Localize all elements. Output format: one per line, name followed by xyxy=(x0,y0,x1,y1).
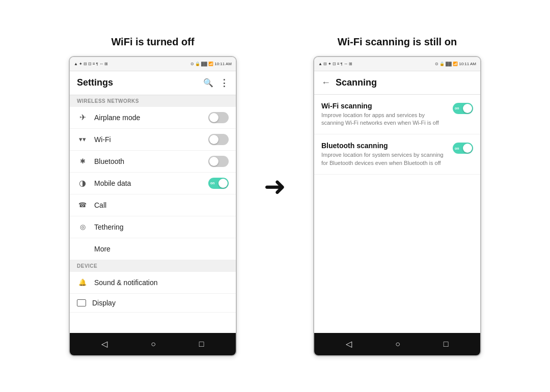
device-section-label: DEVICE xyxy=(70,260,236,272)
wifi-scanning-toggle-container[interactable]: on xyxy=(453,102,473,114)
display-label: Display xyxy=(92,299,229,307)
more-label: More xyxy=(94,245,229,253)
wireless-section-label: WIRELESS NETWORKS xyxy=(70,95,236,107)
left-nav-back[interactable]: ◁ xyxy=(101,339,107,349)
sound-icon: 🔔 xyxy=(77,277,88,288)
wifi-scanning-on-label: on xyxy=(455,106,459,110)
bluetooth-scanning-toggle-container[interactable]: on xyxy=(453,142,473,154)
sound-row[interactable]: 🔔 Sound & notification xyxy=(70,272,236,294)
wifi-toggle-knob xyxy=(209,135,218,144)
wifi-scanning-row[interactable]: Wi-Fi scanning Improve location for apps… xyxy=(314,95,480,135)
more-placeholder-icon xyxy=(77,243,88,255)
right-phone-frame: ▲⊟✦⊡≡¶↔⊞ ⊙ 🔒 ▓▓ 📶 10:11 AM ← Scanning Wi… xyxy=(313,56,481,356)
bluetooth-toggle[interactable] xyxy=(208,156,229,167)
airplane-toggle-knob xyxy=(209,113,218,122)
mobile-data-label: Mobile data xyxy=(94,179,202,187)
bluetooth-scanning-on-label: on xyxy=(455,147,459,150)
right-nav-home[interactable]: ○ xyxy=(395,340,400,349)
call-icon: ☎ xyxy=(77,200,88,211)
right-nav-back[interactable]: ◁ xyxy=(346,339,352,349)
wifi-scanning-text: Wi-Fi scanning Improve location for apps… xyxy=(321,102,448,127)
right-status-icons-right: ⊙ 🔒 ▓▓ 📶 10:11 AM xyxy=(435,62,476,66)
bluetooth-scanning-text: Bluetooth scanning Improve location for … xyxy=(321,142,448,167)
more-row[interactable]: More xyxy=(70,238,236,260)
display-icon xyxy=(77,299,86,306)
wifi-icon: ▾▾ xyxy=(77,134,88,145)
mobile-data-on-label: on xyxy=(210,181,215,185)
bluetooth-icon: ✱ xyxy=(77,156,88,167)
tethering-label: Tethering xyxy=(94,223,229,231)
wifi-row[interactable]: ▾▾ Wi-Fi xyxy=(70,129,236,151)
airplane-mode-row[interactable]: ✈ Airplane mode xyxy=(70,107,236,129)
wifi-scanning-toggle[interactable]: on xyxy=(453,103,473,114)
left-title: WiFi is turned off xyxy=(111,36,194,48)
tethering-row[interactable]: ◎ Tethering xyxy=(70,216,236,238)
bluetooth-label: Bluetooth xyxy=(94,157,202,165)
wifi-scanning-desc: Improve location for apps and services b… xyxy=(321,111,448,127)
right-nav-bar: ◁ ○ □ xyxy=(314,333,480,355)
call-label: Call xyxy=(94,201,229,209)
main-container: WiFi is turned off ▲✦⊟⊡≡¶↔⊞ ⊙ 🔒 ▓▓ 📶 10:… xyxy=(0,26,550,367)
more-icon[interactable]: ⋮ xyxy=(219,77,229,89)
right-status-bar: ▲⊟✦⊡≡¶↔⊞ ⊙ 🔒 ▓▓ 📶 10:11 AM xyxy=(314,57,480,71)
left-nav-bar: ◁ ○ □ xyxy=(70,333,236,355)
left-nav-home[interactable]: ○ xyxy=(151,340,156,349)
left-screen-content: Settings 🔍 ⋮ WIRELESS NETWORKS ✈ Airplan… xyxy=(70,71,236,333)
scanning-title: Scanning xyxy=(336,77,377,88)
airplane-icon: ✈ xyxy=(77,112,88,123)
scanning-header: ← Scanning xyxy=(314,71,480,95)
settings-header-icons: 🔍 ⋮ xyxy=(203,77,229,89)
settings-title: Settings xyxy=(77,77,113,88)
airplane-toggle[interactable] xyxy=(208,112,229,123)
right-phone-section: Wi-Fi scanning is still on ▲⊟✦⊡≡¶↔⊞ ⊙ 🔒 … xyxy=(313,36,481,356)
right-title: Wi-Fi scanning is still on xyxy=(338,36,457,48)
right-nav-recent[interactable]: □ xyxy=(444,340,449,349)
search-icon[interactable]: 🔍 xyxy=(203,78,213,88)
tethering-icon: ◎ xyxy=(77,221,88,233)
bluetooth-scanning-name: Bluetooth scanning xyxy=(321,142,448,150)
mobile-data-toggle[interactable]: on xyxy=(208,178,229,189)
right-status-icons-left: ▲⊟✦⊡≡¶↔⊞ xyxy=(318,62,352,66)
left-status-icons-right: ⊙ 🔒 ▓▓ 📶 10:11 AM xyxy=(190,62,232,66)
sound-label: Sound & notification xyxy=(94,278,229,287)
bluetooth-scanning-toggle-knob xyxy=(463,144,472,153)
direction-arrow: ➜ xyxy=(264,173,286,200)
right-screen-content: ← Scanning Wi-Fi scanning Improve locati… xyxy=(314,71,480,333)
bluetooth-toggle-knob xyxy=(209,157,218,166)
airplane-toggle-container[interactable] xyxy=(208,112,229,123)
left-phone-frame: ▲✦⊟⊡≡¶↔⊞ ⊙ 🔒 ▓▓ 📶 10:11 AM Settings 🔍 ⋮ … xyxy=(69,56,237,356)
direction-arrow-container: ➜ xyxy=(257,36,293,337)
airplane-label: Airplane mode xyxy=(94,114,202,122)
bluetooth-row[interactable]: ✱ Bluetooth xyxy=(70,151,236,173)
display-row[interactable]: Display xyxy=(70,294,236,313)
left-phone-section: WiFi is turned off ▲✦⊟⊡≡¶↔⊞ ⊙ 🔒 ▓▓ 📶 10:… xyxy=(69,36,237,356)
mobile-data-row[interactable]: ◑ Mobile data on xyxy=(70,173,236,194)
wifi-label: Wi-Fi xyxy=(94,135,202,144)
wifi-toggle-container[interactable] xyxy=(208,134,229,145)
wifi-scanning-toggle-knob xyxy=(463,104,472,113)
settings-header: Settings 🔍 ⋮ xyxy=(70,71,236,95)
call-row[interactable]: ☎ Call xyxy=(70,194,236,216)
bluetooth-scanning-row[interactable]: Bluetooth scanning Improve location for … xyxy=(314,134,480,175)
wifi-scanning-name: Wi-Fi scanning xyxy=(321,102,448,110)
wifi-toggle[interactable] xyxy=(208,134,229,145)
mobile-data-toggle-container[interactable]: on xyxy=(208,178,229,189)
left-nav-recent[interactable]: □ xyxy=(199,340,204,349)
back-arrow-icon[interactable]: ← xyxy=(321,77,331,88)
left-status-bar: ▲✦⊟⊡≡¶↔⊞ ⊙ 🔒 ▓▓ 📶 10:11 AM xyxy=(70,57,236,71)
bluetooth-scanning-desc: Improve location for system services by … xyxy=(321,151,448,167)
left-status-icons-left: ▲✦⊟⊡≡¶↔⊞ xyxy=(74,62,108,66)
bluetooth-scanning-toggle[interactable]: on xyxy=(453,143,473,154)
mobile-data-icon: ◑ xyxy=(77,178,88,189)
mobile-data-toggle-knob xyxy=(218,179,228,188)
bluetooth-toggle-container[interactable] xyxy=(208,156,229,167)
